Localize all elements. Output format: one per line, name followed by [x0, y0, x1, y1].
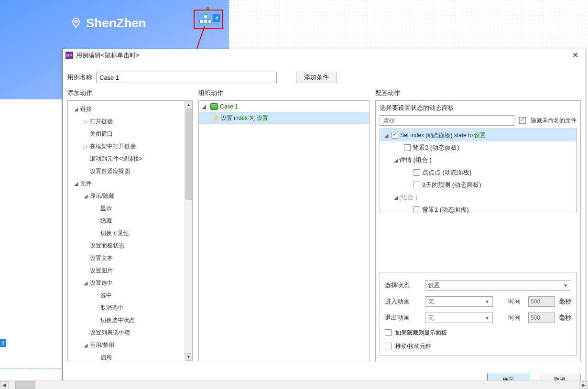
- tree-item[interactable]: 取消选中: [69, 302, 184, 314]
- tree-item[interactable]: 显示: [69, 202, 184, 215]
- tree-item[interactable]: ◢设置选中: [69, 277, 184, 289]
- scrollbar-thumb[interactable]: [185, 109, 192, 200]
- tree-item[interactable]: ◢显示/隐藏: [69, 190, 184, 202]
- chevron-down-icon: ▼: [563, 283, 568, 288]
- select-state-label: 选择状态: [385, 281, 421, 290]
- hide-unnamed-label: 隐藏未命名的元件: [531, 117, 577, 125]
- selection-highlight[interactable]: 4: [194, 10, 223, 29]
- panel-tree-row[interactable]: ◢(组合 ): [380, 191, 576, 204]
- case-icon: [210, 103, 218, 110]
- show-if-hidden-checkbox[interactable]: [385, 329, 392, 336]
- dialog-title: 用例编辑<鼠标单击时>: [76, 51, 139, 60]
- row-text: 详情 (组合 ): [399, 156, 432, 164]
- selection-count-badge: 4: [213, 14, 220, 22]
- row-text: 点点点 (动态面板): [422, 168, 471, 177]
- organize-action-header: 组织动作: [198, 89, 370, 97]
- horizontal-scrollbar[interactable]: ◀ ▶: [0, 380, 588, 389]
- organize-action-box[interactable]: ◢ Case 1 ⚡ 设置 index 为 设置: [198, 100, 370, 361]
- chevron-down-icon: ▼: [485, 315, 490, 321]
- row-checkbox[interactable]: [404, 144, 411, 151]
- tree-item[interactable]: 设置自适应视图: [69, 165, 184, 177]
- tree-group-links[interactable]: ◢链接: [69, 103, 184, 115]
- tree-item[interactable]: ◢启用/禁用: [69, 339, 184, 351]
- scroll-right-icon[interactable]: ▶: [579, 381, 588, 389]
- action-text: 设置 index 为 设置: [221, 114, 268, 122]
- action-row-selected[interactable]: ⚡ 设置 index 为 设置: [199, 112, 369, 124]
- select-state-dropdown[interactable]: 设置▼: [425, 280, 571, 291]
- push-pull-label: 推动/拉动元件: [395, 342, 431, 350]
- app-icon: RP: [65, 52, 73, 59]
- row-checkbox[interactable]: [414, 169, 420, 176]
- time-out-input[interactable]: 500: [528, 313, 555, 323]
- panel-tree-row[interactable]: 点点点 (动态面板): [380, 166, 576, 179]
- case-name-input[interactable]: [96, 72, 277, 83]
- close-button[interactable]: ✕: [567, 50, 583, 61]
- row-text: (组合 ): [399, 193, 417, 202]
- tree-item[interactable]: 选中: [69, 289, 184, 302]
- vertical-scrollbar[interactable]: ▲ ▼: [185, 101, 192, 361]
- row-checkbox[interactable]: [392, 132, 398, 139]
- scroll-down-icon[interactable]: ▼: [185, 353, 192, 361]
- scroll-up-icon[interactable]: ▲: [185, 101, 192, 108]
- row-checkbox[interactable]: [414, 182, 420, 188]
- panel-tree-row[interactable]: ◢详情 (组合 ): [380, 154, 576, 166]
- anim-in-label: 进入动画: [385, 297, 421, 306]
- panel-tree[interactable]: ◢ Set index (动态面板) state to 设置 背景2 (动态面板…: [380, 129, 577, 212]
- row-text: 9天的预测 (动态面板): [422, 181, 481, 189]
- titlebar: RP 用例编辑<鼠标单击时> ✕: [63, 49, 586, 61]
- bolt-icon: ⚡: [212, 115, 219, 121]
- case-label: Case 1: [220, 103, 238, 110]
- case-editor-dialog: RP 用例编辑<鼠标单击时> ✕ 用例名称 添加条件 添加动作 ◢链接 ▷打开链…: [62, 49, 586, 389]
- anim-out-dropdown[interactable]: 无▼: [425, 313, 493, 323]
- action-tree[interactable]: ◢链接 ▷打开链接 关闭窗口 ▷在框架中打开链接 滚动到元件<锚链接> 设置自适…: [67, 100, 193, 361]
- ms-label: 毫秒: [559, 297, 571, 306]
- panel-search-input[interactable]: [380, 115, 514, 126]
- properties-box: 选择状态 设置▼ 进入动画 无▼ 时间 500 毫秒 退出动画 无▼: [380, 272, 577, 356]
- row-checkbox[interactable]: [414, 206, 420, 213]
- scrollbar-track[interactable]: [9, 381, 579, 389]
- scroll-left-icon[interactable]: ◀: [0, 381, 9, 389]
- scrollbar-thumb[interactable]: [15, 381, 35, 389]
- case-row[interactable]: ◢ Case 1: [199, 101, 369, 112]
- anim-out-label: 退出动画: [385, 313, 421, 322]
- tree-item[interactable]: 设置文本: [69, 252, 184, 264]
- show-if-hidden-label: 如果隐藏则显示面板: [395, 329, 447, 337]
- tree-item[interactable]: 设置图片: [69, 264, 184, 277]
- tree-item[interactable]: 滚动到元件<锚链接>: [69, 152, 184, 165]
- time-label: 时间: [504, 297, 524, 306]
- time-label: 时间: [504, 313, 524, 322]
- case-name-row: 用例名称 添加条件: [63, 61, 586, 89]
- panel-tree-row[interactable]: 9天的预测 (动态面板): [380, 179, 576, 191]
- add-condition-button[interactable]: 添加条件: [296, 72, 337, 83]
- location-pin-icon: [70, 17, 82, 30]
- configure-action-title: 选择要设置状态的动态面板: [380, 104, 577, 112]
- panel-tree-row[interactable]: 背景2 (动态面板): [380, 141, 576, 154]
- push-pull-checkbox[interactable]: [385, 343, 392, 349]
- chevron-down-icon: ▼: [485, 299, 490, 304]
- tree-item[interactable]: 隐藏: [69, 215, 184, 227]
- hide-unnamed-checkbox[interactable]: [519, 117, 526, 124]
- row-text: 背景1 (动态面板): [422, 205, 469, 214]
- tree-item[interactable]: 启用: [69, 351, 184, 361]
- anim-in-dropdown[interactable]: 无▼: [425, 296, 493, 307]
- tree-group-widgets[interactable]: ◢元件: [69, 177, 184, 190]
- tree-item-set-panel-state[interactable]: 设置面板状态: [69, 239, 184, 252]
- time-in-input[interactable]: 500: [528, 296, 555, 307]
- ms-label: 毫秒: [559, 313, 571, 322]
- panel-tree-row-selected[interactable]: ◢ Set index (动态面板) state to 设置: [380, 129, 576, 141]
- city-name[interactable]: ShenZhen: [86, 16, 146, 31]
- panel-tree-row[interactable]: 背景1 (动态面板): [380, 204, 576, 216]
- tree-item[interactable]: 切换可见性: [69, 227, 184, 239]
- add-action-header: 添加动作: [67, 89, 193, 97]
- tree-item[interactable]: 切换选中状态: [69, 314, 184, 326]
- configure-action-header: 配置动作: [375, 89, 581, 97]
- tree-item[interactable]: 关闭窗口: [69, 128, 184, 140]
- widget-grid-icon: [199, 14, 212, 25]
- tree-item[interactable]: ▷打开链接: [69, 115, 184, 128]
- page-size-handle[interactable]: 3: [0, 339, 6, 347]
- row-text: Set index (动态面板) state to 设置: [400, 131, 486, 140]
- row-text: 背景2 (动态面板): [413, 143, 459, 152]
- tree-item[interactable]: 设置列表选中项: [69, 326, 184, 339]
- svg-point-0: [75, 21, 77, 23]
- tree-item[interactable]: ▷在框架中打开链接: [69, 140, 184, 152]
